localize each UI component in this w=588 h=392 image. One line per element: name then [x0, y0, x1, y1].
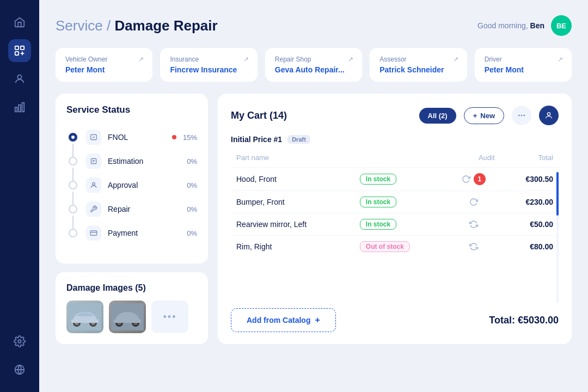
status-dot-repair	[66, 205, 79, 213]
more-dots: •••	[163, 311, 177, 323]
refresh-icon[interactable]	[469, 198, 478, 206]
more-images-button[interactable]: •••	[151, 301, 188, 333]
in-stock-badge: In stock	[360, 174, 396, 185]
service-status-panel: Service Status FNOL	[56, 94, 208, 264]
red-indicator	[172, 135, 176, 139]
svg-rect-1	[21, 46, 24, 50]
total-cell: €300.50	[500, 168, 559, 191]
globe-icon[interactable]	[8, 358, 31, 381]
part-name-cell: Hood, Front	[231, 168, 354, 191]
wrench-icon[interactable]	[8, 39, 31, 62]
greeting-text: Good morning, Ben	[477, 21, 544, 30]
add-from-catalog-button[interactable]: Add from Catalog +	[231, 308, 336, 332]
damage-thumb-1[interactable]	[66, 301, 103, 333]
assessor-value: Patrick Schneider	[379, 65, 457, 74]
total-cell: €230.00	[500, 191, 559, 213]
col-part-name: Part name	[231, 150, 354, 168]
fnol-name: FNOL	[108, 133, 166, 142]
arrow-icon: ↗	[348, 56, 353, 63]
status-list: FNOL 15% Estimation	[66, 125, 197, 245]
audit-cell[interactable]	[447, 236, 500, 258]
table-row: Rearview mirror, Left In stock	[231, 213, 559, 236]
status-item-payment: Payment 0%	[66, 221, 197, 245]
cart-footer: Add from Catalog + Total: €5030.00	[231, 303, 559, 332]
total-cell: €80.00	[500, 236, 559, 258]
arrow-icon: ↗	[453, 56, 458, 63]
person-pin-icon[interactable]	[8, 68, 31, 90]
plus-icon: +	[473, 112, 477, 120]
sync-icon[interactable]	[469, 220, 478, 229]
plus-icon: +	[315, 315, 320, 325]
service-status-title: Service Status	[66, 105, 197, 115]
svg-point-12	[93, 182, 95, 185]
approval-pct: 0%	[187, 181, 197, 189]
cart-panel: My Cart (14) All (2) + New	[218, 94, 572, 344]
options-button[interactable]	[512, 106, 531, 125]
audit-cell[interactable]: 1	[447, 168, 500, 191]
payment-pct: 0%	[187, 229, 197, 237]
info-cards-row: ↗ Vehicle Owner Peter Mont ↗ Insurance F…	[56, 48, 572, 82]
cart-title: My Cart (14)	[231, 110, 412, 121]
avatar[interactable]: BE	[551, 15, 572, 36]
draft-section: Initial Price #1 Draft	[231, 135, 559, 144]
draft-tag: Draft	[287, 135, 310, 144]
main-content: Service / Damage Repair Good morning, Be…	[39, 0, 588, 392]
payment-name: Payment	[108, 229, 180, 237]
stock-cell: In stock	[354, 168, 447, 191]
estimation-name: Estimation	[108, 157, 180, 166]
info-card-assessor[interactable]: ↗ Assessor Patrick Schneider	[370, 48, 467, 82]
damage-images-title: Damage Images (5)	[66, 283, 197, 293]
in-stock-badge: In stock	[360, 219, 396, 230]
audit-cell[interactable]	[447, 191, 500, 213]
out-of-stock-badge: Out of stock	[360, 241, 410, 252]
repair-shop-label: Repair Shop	[275, 56, 352, 63]
damage-thumb-2[interactable]	[109, 301, 146, 333]
vehicle-owner-label: Vehicle Owner	[65, 56, 143, 63]
estimation-icon	[86, 154, 101, 169]
table-row: Rim, Right Out of stock	[231, 236, 559, 258]
sync-icon[interactable]	[469, 242, 478, 251]
info-card-vehicle-owner[interactable]: ↗ Vehicle Owner Peter Mont	[56, 48, 152, 82]
cart-total: Total: €5030.00	[489, 315, 559, 326]
status-dot-estimation	[66, 157, 79, 166]
chart-icon[interactable]	[8, 96, 31, 119]
all-button[interactable]: All (2)	[419, 108, 456, 124]
arrow-icon: ↗	[138, 56, 144, 63]
svg-point-9	[71, 136, 75, 139]
arrow-icon: ↗	[558, 56, 563, 63]
svg-rect-2	[15, 52, 19, 55]
info-card-repair-shop[interactable]: ↗ Repair Shop Geva Auto Repair...	[265, 48, 362, 82]
estimation-pct: 0%	[187, 157, 197, 166]
page-title: Service / Damage Repair	[56, 17, 218, 34]
svg-rect-6	[22, 103, 24, 112]
scroll-indicator	[556, 172, 559, 216]
image-thumbs-row: •••	[66, 301, 197, 333]
user-cart-button[interactable]	[539, 106, 559, 125]
total-cell: €50.00	[500, 213, 559, 236]
svg-rect-0	[15, 46, 19, 50]
sidebar	[0, 0, 39, 392]
repair-name: Repair	[108, 205, 180, 213]
info-card-insurance[interactable]: ↗ Insurance Fincrew Insurance	[160, 48, 257, 82]
status-item-fnol: FNOL 15%	[66, 125, 197, 149]
home-icon[interactable]	[8, 11, 31, 34]
status-item-estimation: Estimation 0%	[66, 149, 197, 173]
info-card-driver[interactable]: ↗ Driver Peter Mont	[475, 48, 572, 82]
refresh-icon[interactable]	[462, 175, 470, 183]
draft-label: Initial Price #1	[231, 135, 282, 144]
svg-rect-11	[91, 158, 96, 163]
svg-rect-4	[15, 107, 17, 112]
audit-cell[interactable]	[447, 213, 500, 236]
svg-point-25	[521, 115, 523, 117]
status-dot-fnol	[66, 133, 79, 142]
part-name-cell: Rim, Right	[231, 236, 354, 258]
col-total: Total	[500, 150, 559, 168]
header-right: Good morning, Ben BE	[477, 15, 572, 36]
stock-cell: In stock	[354, 191, 447, 213]
draft-badge-row: Initial Price #1 Draft	[231, 135, 559, 144]
settings-icon[interactable]	[8, 330, 31, 353]
payment-icon	[86, 225, 101, 241]
new-button[interactable]: + New	[464, 107, 504, 124]
stock-cell: In stock	[354, 213, 447, 236]
approval-icon	[86, 177, 101, 193]
